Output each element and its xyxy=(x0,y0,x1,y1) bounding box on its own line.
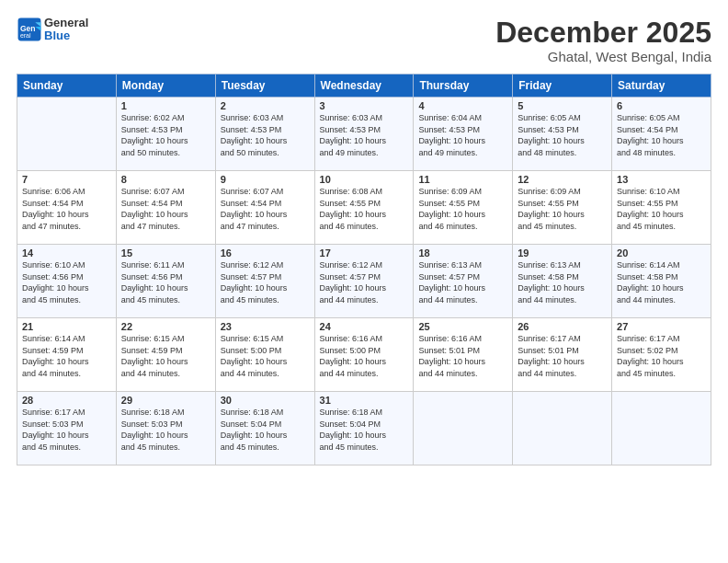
day-number: 30 xyxy=(221,395,310,406)
day-number: 4 xyxy=(418,100,507,111)
calendar-cell: 11Sunrise: 6:09 AMSunset: 4:55 PMDayligh… xyxy=(414,171,513,245)
day-number: 25 xyxy=(418,321,507,332)
day-number: 8 xyxy=(121,174,210,185)
day-number: 28 xyxy=(22,395,111,406)
day-number: 17 xyxy=(320,247,409,259)
calendar-cell: 23Sunrise: 6:15 AMSunset: 5:00 PMDayligh… xyxy=(215,318,314,392)
day-info: Sunrise: 6:09 AMSunset: 4:55 PMDaylight:… xyxy=(518,186,607,232)
calendar-cell: 1Sunrise: 6:02 AMSunset: 4:53 PMDaylight… xyxy=(116,98,215,171)
day-info: Sunrise: 6:16 AMSunset: 5:01 PMDaylight:… xyxy=(418,333,507,379)
calendar-week-row: 7Sunrise: 6:06 AMSunset: 4:54 PMDaylight… xyxy=(17,171,711,245)
calendar-cell: 28Sunrise: 6:17 AMSunset: 5:03 PMDayligh… xyxy=(17,392,117,465)
day-info: Sunrise: 6:04 AMSunset: 4:53 PMDaylight:… xyxy=(418,112,507,158)
day-info: Sunrise: 6:18 AMSunset: 5:04 PMDaylight:… xyxy=(320,407,409,453)
month-title: December 2025 xyxy=(495,17,711,49)
day-number: 21 xyxy=(22,321,111,332)
calendar-cell: 9Sunrise: 6:07 AMSunset: 4:54 PMDaylight… xyxy=(215,171,314,245)
calendar-cell xyxy=(513,392,612,465)
day-number: 12 xyxy=(518,174,607,185)
calendar-cell: 15Sunrise: 6:11 AMSunset: 4:56 PMDayligh… xyxy=(116,245,215,318)
calendar-week-row: 14Sunrise: 6:10 AMSunset: 4:56 PMDayligh… xyxy=(17,245,711,318)
day-info: Sunrise: 6:15 AMSunset: 4:59 PMDaylight:… xyxy=(121,333,210,379)
weekday-header: Friday xyxy=(513,75,612,98)
day-info: Sunrise: 6:09 AMSunset: 4:55 PMDaylight:… xyxy=(418,186,507,232)
day-number: 1 xyxy=(121,100,210,111)
title-block: December 2025 Ghatal, West Bengal, India xyxy=(495,17,711,64)
calendar-cell: 18Sunrise: 6:13 AMSunset: 4:57 PMDayligh… xyxy=(414,245,513,318)
calendar-week-row: 21Sunrise: 6:14 AMSunset: 4:59 PMDayligh… xyxy=(17,318,711,392)
day-info: Sunrise: 6:17 AMSunset: 5:02 PMDaylight:… xyxy=(617,333,706,379)
day-info: Sunrise: 6:16 AMSunset: 5:00 PMDaylight:… xyxy=(320,333,409,379)
day-number: 31 xyxy=(320,395,409,406)
day-info: Sunrise: 6:05 AMSunset: 4:54 PMDaylight:… xyxy=(617,112,706,158)
day-info: Sunrise: 6:13 AMSunset: 4:58 PMDaylight:… xyxy=(518,259,607,305)
calendar-cell xyxy=(612,392,711,465)
logo-icon: Gen eral xyxy=(17,17,42,42)
logo: Gen eral General Blue xyxy=(17,17,88,43)
calendar-cell: 27Sunrise: 6:17 AMSunset: 5:02 PMDayligh… xyxy=(612,318,711,392)
calendar-cell: 19Sunrise: 6:13 AMSunset: 4:58 PMDayligh… xyxy=(513,245,612,318)
day-number: 18 xyxy=(418,247,507,259)
day-number: 29 xyxy=(121,395,210,406)
day-number: 14 xyxy=(22,247,111,259)
calendar-week-row: 1Sunrise: 6:02 AMSunset: 4:53 PMDaylight… xyxy=(17,98,711,171)
page: Gen eral General Blue December 2025 Ghat… xyxy=(0,0,728,563)
day-info: Sunrise: 6:17 AMSunset: 5:03 PMDaylight:… xyxy=(22,407,111,453)
calendar-cell: 29Sunrise: 6:18 AMSunset: 5:03 PMDayligh… xyxy=(116,392,215,465)
day-number: 7 xyxy=(22,174,111,185)
day-number: 11 xyxy=(418,174,507,185)
logo-line2: Blue xyxy=(44,29,70,42)
calendar-cell: 2Sunrise: 6:03 AMSunset: 4:53 PMDaylight… xyxy=(215,98,314,171)
day-info: Sunrise: 6:15 AMSunset: 5:00 PMDaylight:… xyxy=(221,333,310,379)
calendar-cell: 8Sunrise: 6:07 AMSunset: 4:54 PMDaylight… xyxy=(116,171,215,245)
day-number: 5 xyxy=(518,100,607,111)
day-info: Sunrise: 6:14 AMSunset: 4:58 PMDaylight:… xyxy=(617,259,706,305)
day-info: Sunrise: 6:18 AMSunset: 5:03 PMDaylight:… xyxy=(121,407,210,453)
day-info: Sunrise: 6:17 AMSunset: 5:01 PMDaylight:… xyxy=(518,333,607,379)
header: Gen eral General Blue December 2025 Ghat… xyxy=(17,17,711,64)
logo-line1: General xyxy=(44,16,88,29)
calendar-cell: 6Sunrise: 6:05 AMSunset: 4:54 PMDaylight… xyxy=(612,98,711,171)
day-info: Sunrise: 6:06 AMSunset: 4:54 PMDaylight:… xyxy=(22,186,111,232)
day-number: 13 xyxy=(617,174,706,185)
calendar-week-row: 28Sunrise: 6:17 AMSunset: 5:03 PMDayligh… xyxy=(17,392,711,465)
calendar-cell: 16Sunrise: 6:12 AMSunset: 4:57 PMDayligh… xyxy=(215,245,314,318)
day-info: Sunrise: 6:05 AMSunset: 4:53 PMDaylight:… xyxy=(518,112,607,158)
svg-text:eral: eral xyxy=(20,33,31,40)
calendar-cell: 7Sunrise: 6:06 AMSunset: 4:54 PMDaylight… xyxy=(17,171,117,245)
location-subtitle: Ghatal, West Bengal, India xyxy=(495,49,711,64)
day-info: Sunrise: 6:08 AMSunset: 4:55 PMDaylight:… xyxy=(320,186,409,232)
weekday-header-row: SundayMondayTuesdayWednesdayThursdayFrid… xyxy=(17,75,711,98)
calendar-cell: 20Sunrise: 6:14 AMSunset: 4:58 PMDayligh… xyxy=(612,245,711,318)
day-info: Sunrise: 6:03 AMSunset: 4:53 PMDaylight:… xyxy=(221,112,310,158)
calendar-cell: 25Sunrise: 6:16 AMSunset: 5:01 PMDayligh… xyxy=(414,318,513,392)
day-number: 3 xyxy=(320,100,409,111)
calendar-cell: 3Sunrise: 6:03 AMSunset: 4:53 PMDaylight… xyxy=(314,98,414,171)
day-info: Sunrise: 6:07 AMSunset: 4:54 PMDaylight:… xyxy=(121,186,210,232)
day-info: Sunrise: 6:03 AMSunset: 4:53 PMDaylight:… xyxy=(320,112,409,158)
calendar-cell: 14Sunrise: 6:10 AMSunset: 4:56 PMDayligh… xyxy=(17,245,117,318)
day-info: Sunrise: 6:10 AMSunset: 4:56 PMDaylight:… xyxy=(22,259,111,305)
calendar-cell: 12Sunrise: 6:09 AMSunset: 4:55 PMDayligh… xyxy=(513,171,612,245)
calendar-cell: 13Sunrise: 6:10 AMSunset: 4:55 PMDayligh… xyxy=(612,171,711,245)
svg-text:Gen: Gen xyxy=(20,24,36,33)
day-info: Sunrise: 6:10 AMSunset: 4:55 PMDaylight:… xyxy=(617,186,706,232)
calendar-cell: 22Sunrise: 6:15 AMSunset: 4:59 PMDayligh… xyxy=(116,318,215,392)
weekday-header: Thursday xyxy=(414,75,513,98)
weekday-header: Monday xyxy=(116,75,215,98)
day-number: 20 xyxy=(617,247,706,259)
weekday-header: Tuesday xyxy=(215,75,314,98)
calendar-cell: 30Sunrise: 6:18 AMSunset: 5:04 PMDayligh… xyxy=(215,392,314,465)
day-info: Sunrise: 6:12 AMSunset: 4:57 PMDaylight:… xyxy=(221,259,310,305)
calendar-cell: 4Sunrise: 6:04 AMSunset: 4:53 PMDaylight… xyxy=(414,98,513,171)
day-number: 10 xyxy=(320,174,409,185)
day-info: Sunrise: 6:02 AMSunset: 4:53 PMDaylight:… xyxy=(121,112,210,158)
weekday-header: Saturday xyxy=(612,75,711,98)
day-info: Sunrise: 6:12 AMSunset: 4:57 PMDaylight:… xyxy=(320,259,409,305)
day-number: 9 xyxy=(221,174,310,185)
day-number: 16 xyxy=(221,247,310,259)
day-info: Sunrise: 6:14 AMSunset: 4:59 PMDaylight:… xyxy=(22,333,111,379)
day-number: 26 xyxy=(518,321,607,332)
calendar-cell xyxy=(17,98,117,171)
day-number: 22 xyxy=(121,321,210,332)
